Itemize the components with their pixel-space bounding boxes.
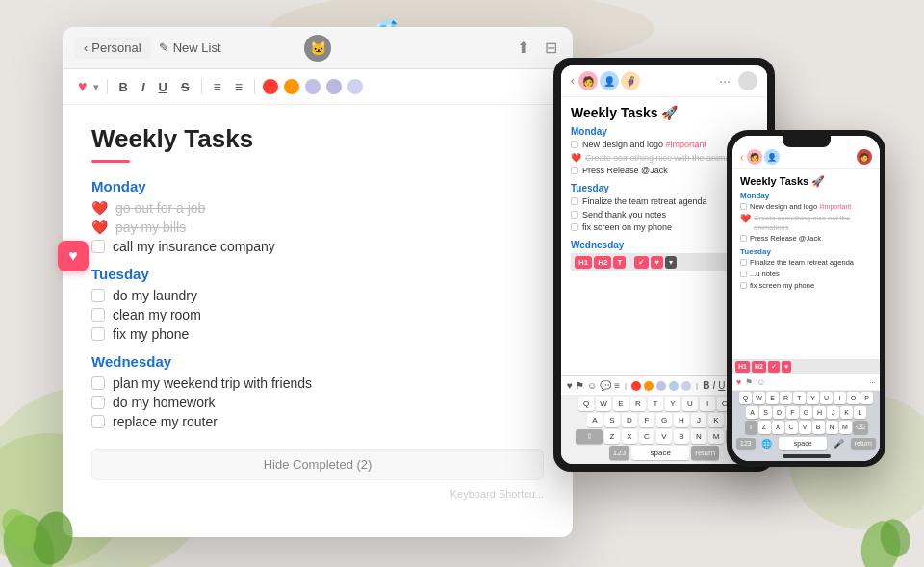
tablet-heart-format[interactable]: ♥ — [567, 380, 573, 391]
tablet-menu-dots[interactable]: ··· — [719, 73, 731, 89]
kbd-123[interactable]: 123 — [609, 446, 629, 460]
phone-kbd-o[interactable]: O — [847, 392, 860, 404]
phone-kbd-u[interactable]: U — [820, 392, 833, 404]
kbd-k[interactable]: K — [708, 413, 724, 427]
tablet-list-format[interactable]: ≡ — [614, 380, 620, 391]
phone-kbd-shift[interactable]: ⇧ — [745, 421, 757, 434]
kbd-shift[interactable]: ⇧ — [576, 429, 603, 444]
kbd-q[interactable]: Q — [578, 397, 594, 411]
tablet-color-blue[interactable] — [669, 381, 679, 391]
phone-kbd-v[interactable]: V — [799, 421, 811, 434]
tablet-color-lavender[interactable] — [656, 381, 666, 391]
tablet-checkbox[interactable] — [571, 141, 578, 148]
heart-icon[interactable]: ♥ — [78, 78, 88, 95]
color-lavender[interactable] — [305, 79, 321, 94]
phone-kbd-return[interactable]: return — [851, 438, 876, 449]
phone-checkbox[interactable] — [740, 259, 747, 266]
phone-kbd-b[interactable]: B — [812, 421, 825, 434]
phone-kbd-y[interactable]: Y — [807, 392, 819, 404]
share-button[interactable]: ⬆ — [513, 35, 533, 61]
phone-kbd-t[interactable]: T — [793, 392, 806, 404]
phone-checkbox[interactable] — [740, 282, 747, 289]
kbd-e[interactable]: E — [613, 397, 629, 411]
italic-button[interactable]: I — [138, 78, 149, 96]
phone-format-b[interactable]: ··· — [869, 378, 876, 387]
phone-kbd-m[interactable]: M — [839, 421, 852, 434]
kbd-d[interactable]: D — [622, 413, 637, 427]
hide-completed-button[interactable]: Hide Completed (2) — [91, 449, 544, 480]
tablet-underline-format[interactable]: U — [718, 380, 725, 391]
phone-checkbox[interactable] — [740, 203, 747, 210]
task-checkbox[interactable] — [91, 289, 105, 302]
format-t[interactable]: T — [613, 256, 626, 269]
phone-kbd-n[interactable]: N — [826, 421, 838, 434]
phone-kbd-g[interactable]: G — [800, 406, 812, 419]
tablet-checkbox[interactable] — [571, 211, 578, 219]
phone-kbd-p[interactable]: P — [860, 392, 873, 404]
underline-button[interactable]: U — [155, 78, 171, 96]
format-heart[interactable]: ♥ — [651, 256, 663, 269]
phone-format-flag[interactable]: ⚑ — [745, 377, 753, 387]
kbd-v[interactable]: V — [656, 429, 672, 444]
bold-button[interactable]: B — [116, 78, 132, 96]
kbd-r[interactable]: R — [630, 397, 646, 411]
phone-kbd-123[interactable]: 123 — [736, 438, 756, 449]
phone-kbd-back[interactable]: ⌫ — [853, 421, 868, 434]
format-check[interactable]: ✓ — [634, 256, 649, 269]
kbd-w[interactable]: W — [596, 397, 611, 411]
phone-kbd-j[interactable]: J — [827, 406, 839, 419]
back-button[interactable]: ‹ Personal — [74, 37, 151, 59]
phone-kbd-space[interactable]: space — [779, 437, 827, 450]
phone-kbd-a[interactable]: A — [746, 406, 758, 419]
kbd-t[interactable]: T — [648, 397, 663, 411]
kbd-m[interactable]: M — [708, 429, 724, 444]
phone-checkbox[interactable] — [740, 235, 747, 242]
kbd-y[interactable]: Y — [665, 397, 680, 411]
phone-format-check[interactable]: ✓ — [768, 361, 780, 373]
tablet-color-orange[interactable] — [644, 381, 654, 391]
task-checkbox[interactable] — [91, 240, 105, 253]
kbd-j[interactable]: J — [691, 413, 706, 427]
phone-format-smiley[interactable]: ☺ — [757, 377, 765, 387]
unordered-list-button[interactable]: ≡ — [231, 77, 246, 96]
kbd-z[interactable]: Z — [604, 429, 620, 444]
tablet-color-red[interactable] — [631, 381, 641, 391]
floating-heart-badge[interactable]: ♥ — [58, 241, 89, 271]
phone-format-h2[interactable]: H2 — [752, 361, 766, 373]
task-checkbox[interactable] — [91, 396, 105, 409]
format-h1[interactable]: H1 — [575, 256, 592, 269]
phone-kbd-h[interactable]: H — [813, 406, 826, 419]
color-orange[interactable] — [284, 79, 299, 94]
strikethrough-button[interactable]: S — [177, 78, 193, 96]
task-checkbox[interactable] — [91, 327, 105, 341]
kbd-space[interactable]: space — [631, 446, 689, 460]
phone-kbd-d[interactable]: D — [773, 406, 785, 419]
phone-mic-icon[interactable]: 🎤 — [834, 439, 844, 449]
kbd-b[interactable]: B — [674, 429, 689, 444]
ordered-list-button[interactable]: ≡ — [210, 77, 225, 96]
phone-kbd-r[interactable]: R — [780, 392, 792, 404]
phone-kbd-c[interactable]: C — [785, 421, 798, 434]
tablet-checkbox[interactable] — [571, 167, 578, 174]
tablet-checkbox[interactable] — [571, 197, 578, 205]
kbd-g[interactable]: G — [656, 413, 672, 427]
format-h2[interactable]: H2 — [594, 256, 611, 269]
phone-format-heart[interactable]: ♥ — [736, 377, 741, 387]
kbd-i[interactable]: I — [700, 397, 715, 411]
phone-kbd-x[interactable]: X — [772, 421, 784, 434]
tablet-back-icon[interactable]: ‹ — [571, 74, 575, 88]
phone-kbd-l[interactable]: L — [854, 406, 866, 419]
phone-kbd-e[interactable]: E — [766, 392, 779, 404]
phone-kbd-f[interactable]: F — [786, 406, 799, 419]
phone-kbd-q[interactable]: Q — [739, 392, 752, 404]
kbd-c[interactable]: C — [639, 429, 654, 444]
tablet-bold-format[interactable]: B — [703, 380, 709, 391]
tablet-italic-format[interactable]: I — [712, 380, 715, 391]
phone-back-icon[interactable]: ‹ — [740, 152, 743, 163]
kbd-h[interactable]: H — [674, 413, 689, 427]
phone-kbd-z[interactable]: Z — [758, 421, 771, 434]
tablet-color-purple[interactable] — [681, 381, 691, 391]
phone-format-heart[interactable]: ♥ — [782, 361, 791, 373]
color-red[interactable] — [263, 79, 278, 94]
new-list-button[interactable]: ✎ New List — [159, 40, 221, 55]
